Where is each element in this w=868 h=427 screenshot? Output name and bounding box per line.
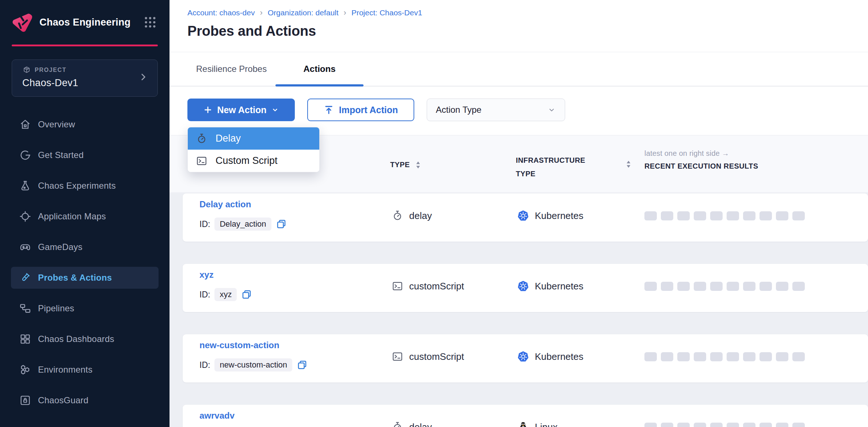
action-name-link[interactable]: xyz	[199, 270, 214, 280]
table-row: awrvadv delay Linux	[183, 405, 868, 427]
execution-result-placeholder	[677, 423, 690, 427]
execution-result-placeholder	[677, 282, 690, 291]
sort-icon[interactable]	[625, 160, 632, 168]
execution-result-placeholder	[743, 211, 755, 220]
import-action-button[interactable]: Import Action	[307, 99, 414, 121]
execution-result-placeholder	[644, 282, 657, 291]
action-name-link[interactable]: Delay action	[199, 199, 251, 209]
action-id-row: ID: new-custom-action	[199, 358, 308, 372]
execution-result-placeholder	[776, 211, 788, 220]
lock-icon	[19, 394, 31, 407]
execution-result-placeholder	[760, 423, 772, 427]
column-header-recent-execution-results: RECENT EXECUTION RESULTS	[644, 162, 758, 170]
breadcrumb-separator: ›	[260, 8, 262, 18]
id-label: ID:	[199, 360, 210, 370]
terminal-icon	[392, 351, 403, 362]
project-selector[interactable]: PROJECT Chaos-Dev1	[12, 59, 158, 97]
chevron-down-icon	[271, 106, 279, 114]
breadcrumb-link-account[interactable]: Account: chaos-dev	[187, 8, 255, 17]
copy-icon[interactable]	[241, 289, 252, 300]
stopwatch-icon	[392, 421, 403, 427]
execution-result-placeholder	[694, 282, 706, 291]
execution-result-placeholder	[710, 423, 723, 427]
execution-result-placeholder	[760, 211, 772, 220]
sidebar-item-environments[interactable]: Environments	[11, 359, 159, 381]
execution-result-placeholder	[727, 352, 739, 361]
execution-result-placeholder	[710, 282, 723, 291]
sidebar-item-probes-actions[interactable]: Probes & Actions	[11, 267, 159, 289]
action-id-chip: new-custom-action	[214, 358, 292, 372]
breadcrumb-link-project[interactable]: Project: Chaos-Dev1	[351, 8, 422, 17]
execution-result-placeholder	[792, 352, 805, 361]
app-title: Chaos Engineering	[39, 17, 143, 28]
action-name-link[interactable]: new-custom-action	[199, 340, 279, 350]
kubernetes-icon	[517, 351, 529, 362]
sidebar-item-overview[interactable]: Overview	[11, 114, 159, 135]
copy-icon[interactable]	[297, 359, 308, 370]
main-content: Account: chaos-dev›Organization: default…	[170, 0, 868, 427]
tab-actions[interactable]: Actions	[275, 52, 363, 86]
column-header-type: TYPE	[390, 161, 421, 169]
sidebar-item-gamedays[interactable]: GameDays	[11, 236, 159, 258]
sidebar-item-chaos-experiments[interactable]: Chaos Experiments	[11, 175, 159, 197]
sidebar-item-chaosguard[interactable]: ChaosGuard	[11, 389, 159, 411]
execution-result-placeholder	[776, 352, 788, 361]
page-title: Probes and Actions	[187, 23, 868, 39]
infrastructure-type-cell: Kubernetes	[517, 264, 583, 308]
home-icon	[19, 118, 31, 131]
sort-icon[interactable]	[415, 161, 421, 169]
action-name-link[interactable]: awrvadv	[199, 411, 235, 421]
execution-result-placeholder	[727, 282, 739, 291]
execution-result-placeholder	[694, 211, 706, 220]
copy-icon[interactable]	[276, 219, 287, 230]
execution-result-placeholder	[727, 211, 739, 220]
sidebar-nav: Overview Get Started Chaos Experiments A…	[0, 114, 170, 411]
action-type-select[interactable]: Action Type	[427, 99, 565, 121]
infrastructure-type-cell: Linux	[517, 405, 557, 427]
target-icon	[19, 210, 31, 223]
test-tube-icon	[19, 272, 31, 284]
new-action-dropdown-menu: Delay Custom Script	[187, 127, 320, 172]
execution-result-placeholder	[661, 352, 673, 361]
page-header: Account: chaos-dev›Organization: default…	[170, 0, 868, 52]
sidebar-item-chaos-dashboards[interactable]: Chaos Dashboards	[11, 328, 159, 350]
get-started-icon	[19, 149, 31, 161]
recent-execution-results	[644, 193, 805, 238]
breadcrumb-link-organization[interactable]: Organization: default	[268, 8, 339, 17]
menu-item-delay[interactable]: Delay	[188, 127, 319, 150]
action-type-cell: delay	[392, 193, 432, 238]
sidebar-item-pipelines[interactable]: Pipelines	[11, 297, 159, 319]
recent-execution-results	[644, 264, 805, 308]
hexagons-icon	[19, 363, 31, 376]
execution-result-placeholder	[661, 282, 673, 291]
execution-result-placeholder	[710, 211, 723, 220]
id-label: ID:	[199, 219, 210, 229]
new-action-button[interactable]: New Action	[187, 99, 295, 121]
app-root: Chaos Engineering PROJECT Chaos-Dev1	[0, 0, 868, 427]
table-row: xyz ID: xyz customScript Kubernetes	[183, 264, 868, 312]
sidebar-item-get-started[interactable]: Get Started	[11, 144, 159, 166]
tab-bar: Resilience ProbesActions	[170, 52, 868, 86]
app-switcher-icon[interactable]	[143, 16, 157, 28]
breadcrumb-separator: ›	[344, 8, 346, 18]
results-note: latest one on right side →	[644, 149, 729, 158]
table-row: new-custom-action ID: new-custom-action …	[183, 334, 868, 382]
sidebar-header: Chaos Engineering	[0, 0, 170, 45]
breadcrumb: Account: chaos-dev›Organization: default…	[187, 8, 868, 18]
terminal-icon	[392, 280, 403, 292]
tab-resilience-probes[interactable]: Resilience Probes	[187, 52, 275, 86]
execution-result-placeholder	[694, 423, 706, 427]
recent-execution-results	[644, 405, 805, 427]
id-label: ID:	[199, 290, 210, 300]
execution-result-placeholder	[760, 352, 772, 361]
action-id-chip: Delay_action	[214, 218, 271, 231]
action-id-row: ID: Delay_action	[199, 218, 287, 231]
project-label: PROJECT	[35, 67, 66, 73]
menu-item-custom-script[interactable]: Custom Script	[188, 150, 319, 172]
infrastructure-type-cell: Kubernetes	[517, 334, 583, 379]
execution-result-placeholder	[776, 282, 788, 291]
table-row: Delay action ID: Delay_action delay Kube…	[183, 193, 868, 242]
sidebar-item-application-maps[interactable]: Application Maps	[11, 205, 159, 227]
execution-result-placeholder	[677, 211, 690, 220]
kubernetes-icon	[517, 210, 529, 222]
